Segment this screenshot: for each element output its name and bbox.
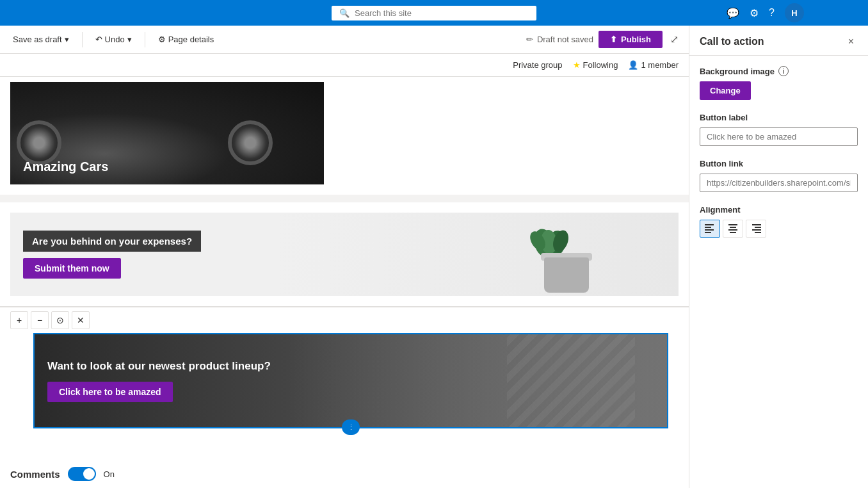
- search-icon: 🔍: [339, 8, 350, 18]
- avatar[interactable]: H: [785, 3, 804, 22]
- save-draft-button[interactable]: Save as draft ▾: [8, 32, 74, 47]
- align-center-icon: [728, 224, 738, 233]
- top-bar-actions: 💬 ⚙ ? H: [727, 3, 804, 22]
- button-label-label: Button label: [700, 113, 858, 122]
- settings-icon[interactable]: ⚙: [750, 7, 759, 19]
- panel-title: Call to action: [700, 36, 764, 47]
- svg-rect-4: [728, 224, 737, 225]
- svg-rect-11: [755, 232, 761, 233]
- product-title: Want to look at our newest product lineu…: [47, 360, 271, 373]
- info-icon[interactable]: i: [778, 66, 789, 76]
- undo-label: Undo: [105, 35, 125, 44]
- product-stripe: [507, 334, 635, 427]
- comments-label: Comments: [10, 469, 60, 480]
- product-banner: Want to look at our newest product lineu…: [35, 334, 667, 427]
- alignment-section: Alignment: [700, 205, 858, 238]
- star-icon: ★: [573, 60, 581, 70]
- page-area: Save as draft ▾ ↶ Undo ▾ ⚙ Page details …: [0, 26, 689, 488]
- undo-button[interactable]: ↶ Undo ▾: [90, 32, 137, 47]
- svg-rect-9: [755, 227, 761, 228]
- member-count-label: 1 member: [641, 60, 679, 70]
- zoom-out-button[interactable]: −: [31, 311, 49, 329]
- product-cta-button[interactable]: Click here to be amazed: [47, 382, 173, 402]
- page-details-button[interactable]: ⚙ Page details: [153, 32, 220, 47]
- selected-section-wrapper: ✏ ⊕ ⧉ 🗑 Want to look at our newest produ…: [0, 333, 689, 457]
- car-image-container: Amazing Cars: [10, 82, 324, 184]
- toolbar: Save as draft ▾ ↶ Undo ▾ ⚙ Page details …: [0, 26, 689, 54]
- selected-product-section: Want to look at our newest product lineu…: [33, 333, 668, 428]
- panel-body: Background image i Change Button label B…: [689, 56, 868, 261]
- svg-rect-0: [705, 224, 714, 225]
- button-label-section: Button label: [700, 113, 858, 146]
- button-link-input[interactable]: [700, 174, 858, 192]
- svg-rect-7: [730, 232, 736, 233]
- expense-banner: Are you behind on your expenses? Submit …: [10, 213, 679, 296]
- submit-expenses-button[interactable]: Submit them now: [23, 258, 121, 279]
- publish-icon: ⬆: [610, 35, 617, 44]
- background-image-section: Background image i Change: [700, 66, 858, 100]
- zoom-close-button[interactable]: ✕: [72, 311, 90, 329]
- drag-handle[interactable]: ⋮: [342, 419, 360, 435]
- align-right-button[interactable]: [746, 220, 766, 238]
- right-panel: Call to action × Background image i Chan…: [689, 26, 868, 488]
- pot-body: [544, 257, 589, 293]
- page-details-icon: ⚙: [158, 35, 166, 44]
- expense-section: Are you behind on your expenses? Submit …: [0, 202, 689, 307]
- page-details-label: Page details: [168, 35, 214, 44]
- align-left-button[interactable]: [700, 220, 720, 238]
- alignment-options: [700, 220, 858, 238]
- zoom-fit-button[interactable]: ⊙: [51, 311, 69, 329]
- search-input[interactable]: [355, 8, 529, 18]
- button-label-input[interactable]: [700, 127, 858, 146]
- button-link-section: Button link: [700, 159, 858, 192]
- car-title: Amazing Cars: [23, 159, 108, 174]
- toolbar-undo-group: ↶ Undo ▾: [90, 32, 137, 47]
- succulent-visual: [518, 216, 615, 296]
- toolbar-divider-1: [82, 32, 83, 47]
- toolbar-divider-2: [145, 32, 145, 47]
- member-count-item: 👤 1 member: [628, 60, 679, 70]
- publish-button[interactable]: ⬆ Publish: [599, 31, 663, 48]
- toolbar-save-group: Save as draft ▾: [8, 32, 74, 47]
- publish-label: Publish: [621, 35, 651, 44]
- content-scroll: Amazing Cars: [0, 77, 689, 488]
- svg-rect-10: [752, 229, 761, 231]
- notifications-icon[interactable]: 💬: [727, 7, 739, 19]
- align-left-icon: [705, 224, 715, 233]
- toggle-on-label: On: [104, 469, 115, 479]
- expense-content: Are you behind on your expenses? Submit …: [10, 218, 214, 291]
- member-icon: 👤: [628, 60, 638, 70]
- search-box-container[interactable]: 🔍: [332, 6, 536, 20]
- undo-icon: ↶: [95, 35, 102, 44]
- product-content: Want to look at our newest product lineu…: [35, 347, 284, 415]
- svg-rect-8: [752, 224, 761, 225]
- svg-rect-5: [730, 227, 736, 228]
- svg-rect-2: [705, 229, 714, 231]
- save-draft-dropdown-icon[interactable]: ▾: [65, 35, 69, 44]
- toggle-knob: [83, 468, 95, 480]
- following-item[interactable]: ★ Following: [573, 60, 618, 70]
- align-center-button[interactable]: [723, 220, 743, 238]
- align-right-icon: [751, 224, 761, 233]
- expand-button[interactable]: ⤢: [668, 31, 681, 48]
- car-wheel-2: [228, 120, 273, 165]
- private-group-label: Private group: [513, 60, 562, 70]
- zoom-in-button[interactable]: +: [10, 311, 28, 329]
- change-button[interactable]: Change: [700, 81, 751, 100]
- undo-dropdown-icon[interactable]: ▾: [127, 35, 132, 44]
- panel-header: Call to action ×: [689, 26, 868, 56]
- comments-bar: Comments On: [0, 457, 689, 488]
- svg-rect-1: [705, 227, 711, 228]
- following-label: Following: [583, 60, 618, 70]
- comments-toggle[interactable]: [68, 467, 96, 481]
- save-draft-label: Save as draft: [13, 35, 62, 44]
- car-wheel-1: [17, 120, 61, 165]
- button-link-label: Button link: [700, 159, 858, 168]
- pencil-icon: ✏: [526, 35, 533, 44]
- alignment-label: Alignment: [700, 205, 858, 215]
- expense-title: Are you behind on your expenses?: [23, 231, 201, 252]
- top-bar: 🔍 💬 ⚙ ? H: [0, 0, 868, 26]
- main-layout: Save as draft ▾ ↶ Undo ▾ ⚙ Page details …: [0, 26, 868, 488]
- help-icon[interactable]: ?: [769, 7, 775, 19]
- panel-close-button[interactable]: ×: [844, 35, 858, 49]
